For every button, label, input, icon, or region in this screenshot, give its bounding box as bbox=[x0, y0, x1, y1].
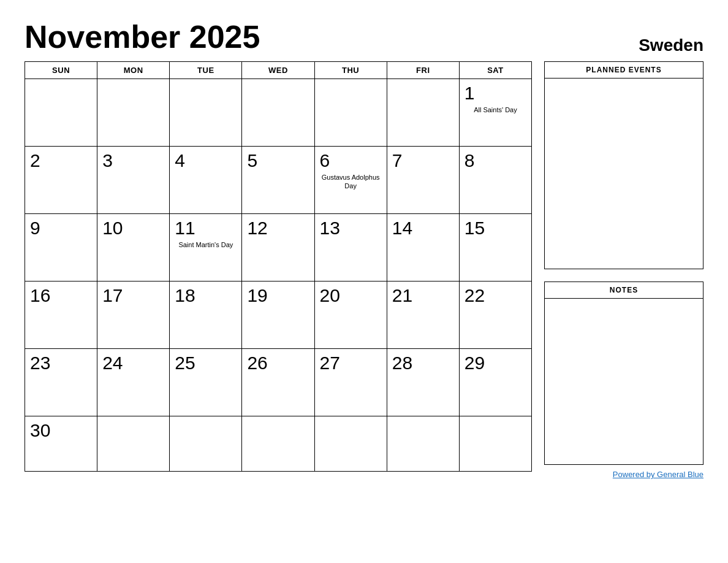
day-number: 18 bbox=[175, 285, 237, 305]
calendar-day-cell bbox=[170, 416, 242, 472]
calendar-week-row: 23242526272829 bbox=[25, 349, 532, 416]
main-layout: SUNMONTUEWEDTHUFRISAT 1All Saints' Day23… bbox=[25, 61, 703, 479]
day-number: 25 bbox=[175, 353, 237, 373]
calendar-day-cell: 8 bbox=[459, 147, 531, 214]
calendar-day-cell: 12 bbox=[242, 214, 314, 282]
notes-content bbox=[545, 299, 703, 464]
calendar-day-cell: 13 bbox=[314, 214, 387, 282]
day-number: 30 bbox=[30, 420, 92, 440]
day-number: 29 bbox=[464, 353, 526, 373]
calendar-day-header: FRI bbox=[387, 62, 459, 79]
day-event-label: All Saints' Day bbox=[464, 105, 526, 114]
calendar-day-cell: 20 bbox=[314, 282, 387, 349]
calendar-table: SUNMONTUEWEDTHUFRISAT 1All Saints' Day23… bbox=[25, 61, 532, 472]
calendar-day-cell bbox=[97, 416, 170, 472]
calendar-day-cell: 19 bbox=[242, 282, 314, 349]
day-number: 19 bbox=[247, 285, 309, 305]
day-number: 27 bbox=[320, 353, 382, 373]
calendar-day-cell: 7 bbox=[387, 147, 459, 214]
calendar-day-cell bbox=[387, 416, 459, 472]
day-event-label: Saint Martin's Day bbox=[175, 240, 237, 249]
calendar-day-cell: 25 bbox=[170, 349, 242, 416]
calendar-week-row: 30 bbox=[25, 416, 532, 472]
calendar-day-header: WED bbox=[242, 62, 314, 79]
calendar-day-cell bbox=[242, 416, 314, 472]
day-event-label: Gustavus Adolphus Day bbox=[320, 173, 382, 191]
day-number: 21 bbox=[392, 285, 454, 305]
day-number: 2 bbox=[30, 150, 92, 170]
calendar-day-cell: 16 bbox=[25, 282, 97, 349]
calendar-day-cell: 11Saint Martin's Day bbox=[170, 214, 242, 282]
calendar-header-row: SUNMONTUEWEDTHUFRISAT bbox=[25, 62, 532, 79]
day-number: 4 bbox=[175, 150, 237, 170]
calendar-day-cell: 22 bbox=[459, 282, 531, 349]
calendar-day-cell bbox=[387, 79, 459, 147]
calendar-day-cell: 21 bbox=[387, 282, 459, 349]
day-number: 14 bbox=[392, 218, 454, 238]
day-number: 1 bbox=[464, 83, 526, 103]
calendar-day-cell bbox=[314, 416, 387, 472]
sidebar-section: PLANNED EVENTS NOTES Powered by General … bbox=[544, 61, 703, 479]
calendar-day-cell: 24 bbox=[97, 349, 170, 416]
calendar-day-cell bbox=[242, 79, 314, 147]
calendar-day-header: SUN bbox=[25, 62, 97, 79]
calendar-day-header: TUE bbox=[170, 62, 242, 79]
powered-by: Powered by General Blue bbox=[544, 470, 703, 479]
day-number: 28 bbox=[392, 353, 454, 373]
calendar-day-cell bbox=[97, 79, 170, 147]
calendar-week-row: 16171819202122 bbox=[25, 282, 532, 349]
calendar-day-cell: 15 bbox=[459, 214, 531, 282]
day-number: 3 bbox=[102, 150, 164, 170]
calendar-section: SUNMONTUEWEDTHUFRISAT 1All Saints' Day23… bbox=[25, 61, 532, 472]
powered-by-link[interactable]: Powered by General Blue bbox=[613, 470, 703, 479]
calendar-day-cell: 29 bbox=[459, 349, 531, 416]
calendar-day-cell: 1All Saints' Day bbox=[459, 79, 531, 147]
calendar-day-cell: 4 bbox=[170, 147, 242, 214]
notes-box: NOTES bbox=[544, 282, 703, 465]
calendar-day-cell: 27 bbox=[314, 349, 387, 416]
calendar-day-cell: 6Gustavus Adolphus Day bbox=[314, 147, 387, 214]
day-number: 10 bbox=[102, 218, 164, 238]
day-number: 16 bbox=[30, 285, 92, 305]
page-title: November 2025 bbox=[25, 18, 260, 55]
calendar-day-cell bbox=[459, 416, 531, 472]
calendar-day-header: MON bbox=[97, 62, 170, 79]
calendar-day-cell bbox=[314, 79, 387, 147]
calendar-day-cell: 5 bbox=[242, 147, 314, 214]
calendar-day-cell: 10 bbox=[97, 214, 170, 282]
calendar-week-row: 91011Saint Martin's Day12131415 bbox=[25, 214, 532, 282]
calendar-week-row: 1All Saints' Day bbox=[25, 79, 532, 147]
day-number: 23 bbox=[30, 353, 92, 373]
calendar-day-cell: 17 bbox=[97, 282, 170, 349]
day-number: 13 bbox=[320, 218, 382, 238]
day-number: 12 bbox=[247, 218, 309, 238]
calendar-day-header: SAT bbox=[459, 62, 531, 79]
calendar-day-cell bbox=[25, 79, 97, 147]
calendar-day-cell: 18 bbox=[170, 282, 242, 349]
calendar-day-cell: 9 bbox=[25, 214, 97, 282]
calendar-day-cell: 26 bbox=[242, 349, 314, 416]
calendar-day-cell bbox=[170, 79, 242, 147]
planned-events-box: PLANNED EVENTS bbox=[544, 61, 703, 269]
notes-header: NOTES bbox=[545, 282, 703, 299]
day-number: 11 bbox=[175, 218, 237, 238]
day-number: 26 bbox=[247, 353, 309, 373]
day-number: 8 bbox=[464, 150, 526, 170]
day-number: 5 bbox=[247, 150, 309, 170]
day-number: 7 bbox=[392, 150, 454, 170]
day-number: 9 bbox=[30, 218, 92, 238]
day-number: 24 bbox=[102, 353, 164, 373]
calendar-week-row: 23456Gustavus Adolphus Day78 bbox=[25, 147, 532, 214]
day-number: 6 bbox=[320, 150, 382, 170]
planned-events-header: PLANNED EVENTS bbox=[545, 62, 703, 79]
calendar-day-cell: 30 bbox=[25, 416, 97, 472]
calendar-day-header: THU bbox=[314, 62, 387, 79]
country-label: Sweden bbox=[639, 36, 703, 55]
calendar-day-cell: 14 bbox=[387, 214, 459, 282]
calendar-day-cell: 23 bbox=[25, 349, 97, 416]
calendar-day-cell: 28 bbox=[387, 349, 459, 416]
planned-events-content bbox=[545, 79, 703, 269]
calendar-day-cell: 3 bbox=[97, 147, 170, 214]
day-number: 20 bbox=[320, 285, 382, 305]
day-number: 15 bbox=[464, 218, 526, 238]
